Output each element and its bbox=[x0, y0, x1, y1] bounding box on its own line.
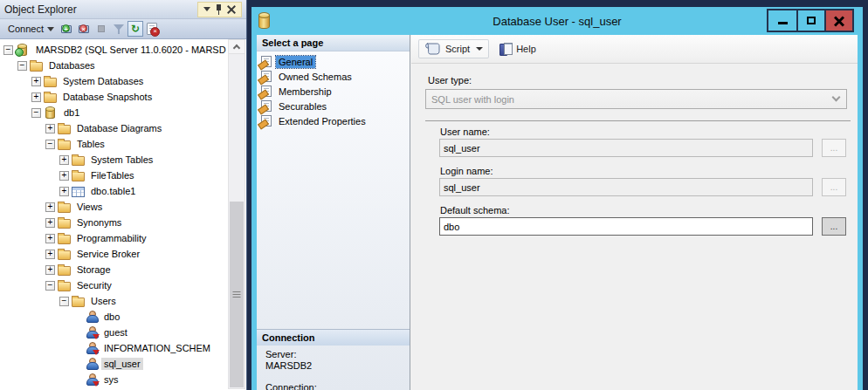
tree-item-views[interactable]: +Views bbox=[0, 199, 227, 215]
tree-expand-icon[interactable]: + bbox=[45, 124, 55, 133]
tree-expand-icon[interactable]: + bbox=[45, 218, 55, 228]
page-item-extended-properties[interactable]: Extended Properties bbox=[257, 113, 410, 128]
stop-button[interactable] bbox=[93, 21, 110, 37]
tree-item-marsdb2-sql-server-11-0-6020-marsd[interactable]: −MARSDB2 (SQL Server 11.0.6020 - MARSD bbox=[0, 42, 227, 58]
close-panel-icon[interactable] bbox=[227, 5, 236, 14]
tree-item-label: System Tables bbox=[88, 154, 155, 166]
folder-icon bbox=[58, 125, 71, 134]
server-value: MARSDB2 bbox=[265, 360, 406, 372]
tree-expand-icon[interactable]: + bbox=[45, 234, 55, 243]
disable-script-button[interactable] bbox=[143, 21, 161, 37]
tree-item-label: Service Broker bbox=[74, 248, 142, 260]
tree-collapse-icon[interactable]: − bbox=[45, 281, 55, 291]
tree-item-programmability[interactable]: +Programmability bbox=[0, 230, 227, 246]
folder-icon bbox=[58, 235, 71, 244]
tree-scrollbar[interactable] bbox=[228, 39, 245, 389]
tree-collapse-icon[interactable]: − bbox=[59, 297, 69, 306]
connect-server-button[interactable]: + bbox=[58, 21, 75, 37]
tree-item-system-tables[interactable]: +System Tables bbox=[0, 152, 227, 168]
tree-item-system-databases[interactable]: +System Databases bbox=[0, 73, 227, 89]
tree-item-service-broker[interactable]: +Service Broker bbox=[0, 246, 227, 262]
scrollbar-thumb[interactable] bbox=[230, 202, 244, 387]
tree-item-label: Database Diagrams bbox=[74, 122, 164, 134]
tree-item-sql-user[interactable]: sql_user bbox=[0, 356, 227, 372]
tree-item-database-diagrams[interactable]: +Database Diagrams bbox=[0, 120, 227, 136]
page-item-label: Membership bbox=[276, 86, 334, 98]
tree-item-security[interactable]: −Security bbox=[0, 277, 227, 293]
tree-expand-icon[interactable]: + bbox=[59, 187, 69, 196]
default-schema-browse-button[interactable]: ... bbox=[822, 217, 846, 236]
folder-icon bbox=[44, 93, 57, 103]
server-icon bbox=[17, 44, 27, 56]
pin-icon[interactable] bbox=[216, 4, 222, 15]
connection-info: Server: MARSDB2 Connection: bbox=[265, 349, 406, 390]
dialog-titlebar[interactable]: Database User - sql_user bbox=[257, 7, 858, 35]
tree-expand-icon[interactable]: + bbox=[59, 155, 69, 165]
tree-collapse-icon[interactable]: − bbox=[17, 61, 27, 71]
disconnect-server-button[interactable]: × bbox=[75, 21, 93, 37]
tree-expand-icon[interactable]: + bbox=[45, 250, 55, 259]
tree-expand-icon[interactable]: + bbox=[45, 265, 55, 275]
expander-spacer bbox=[73, 344, 86, 353]
tree-item-label: Synonyms bbox=[74, 216, 124, 229]
user-name-input[interactable] bbox=[439, 139, 813, 157]
scroll-icon bbox=[424, 43, 441, 55]
user-name-browse-button[interactable]: ... bbox=[822, 139, 846, 157]
tree-item-tables[interactable]: −Tables bbox=[0, 136, 227, 152]
deny-arrow-icon bbox=[93, 350, 100, 355]
tree-collapse-icon[interactable]: − bbox=[3, 45, 13, 55]
window-position-icon[interactable] bbox=[203, 7, 210, 11]
tree-item-label: guest bbox=[101, 326, 130, 339]
object-explorer-titlebar[interactable]: Object Explorer bbox=[0, 0, 246, 19]
tree-item-storage[interactable]: +Storage bbox=[0, 262, 227, 277]
page-item-general[interactable]: General bbox=[257, 54, 410, 69]
folder-icon bbox=[58, 219, 71, 229]
table-icon bbox=[72, 187, 85, 197]
refresh-button[interactable]: ↻ bbox=[127, 21, 143, 37]
filter-button[interactable] bbox=[110, 21, 127, 37]
page-icon bbox=[261, 115, 272, 127]
tree-item-users[interactable]: −Users bbox=[0, 293, 227, 309]
user-type-select[interactable]: SQL user with login bbox=[425, 89, 847, 109]
page-list: GeneralOwned SchemasMembershipSecurables… bbox=[257, 51, 410, 128]
refresh-icon: ↻ bbox=[131, 24, 140, 34]
tree-item-label: db1 bbox=[61, 106, 82, 119]
tree-collapse-icon[interactable]: − bbox=[45, 140, 55, 149]
tree-item-information-schem[interactable]: INFORMATION_SCHEM bbox=[0, 340, 227, 356]
tree-item-dbo[interactable]: dbo bbox=[0, 309, 227, 325]
tree-expand-icon[interactable]: + bbox=[59, 171, 69, 181]
stop-icon bbox=[98, 25, 105, 32]
page-item-membership[interactable]: Membership bbox=[257, 84, 410, 99]
connect-button[interactable]: Connect bbox=[4, 22, 58, 36]
tree-item-databases[interactable]: −Databases bbox=[0, 58, 227, 73]
tree-item-sys[interactable]: sys bbox=[0, 372, 227, 387]
login-name-input[interactable] bbox=[439, 178, 813, 196]
default-schema-input[interactable] bbox=[439, 217, 813, 236]
database-user-dialog: Database User - sql_user Select a page G… bbox=[251, 7, 863, 390]
user-type-label: User type: bbox=[428, 75, 472, 86]
tree-item-dbo-table1[interactable]: +dbo.table1 bbox=[0, 183, 227, 199]
tree-expand-icon[interactable]: + bbox=[45, 202, 55, 212]
tree-item-label: Databases bbox=[46, 59, 98, 72]
tree-collapse-icon[interactable]: − bbox=[31, 108, 41, 118]
page-item-securables[interactable]: Securables bbox=[257, 99, 410, 113]
tree-item-database-snapshots[interactable]: +Database Snapshots bbox=[0, 89, 227, 105]
tree-item-guest[interactable]: guest bbox=[0, 325, 227, 340]
window-buttons bbox=[767, 9, 854, 32]
minimize-button[interactable] bbox=[768, 10, 796, 31]
page-item-owned-schemas[interactable]: Owned Schemas bbox=[257, 69, 410, 84]
tree-expand-icon[interactable]: + bbox=[31, 77, 41, 86]
close-button[interactable] bbox=[824, 10, 852, 31]
help-button[interactable]: Help bbox=[494, 40, 541, 58]
login-name-browse-button[interactable]: ... bbox=[822, 178, 846, 196]
tree-item-filetables[interactable]: +FileTables bbox=[0, 168, 227, 183]
tree-expand-icon[interactable]: + bbox=[31, 92, 41, 102]
tree-item-db1[interactable]: −db1 bbox=[0, 105, 227, 120]
dialog-toolbar: Script Help bbox=[411, 35, 858, 64]
tree-item-synonyms[interactable]: +Synonyms bbox=[0, 215, 227, 230]
filter-icon bbox=[114, 24, 124, 34]
deny-arrow-icon bbox=[93, 334, 100, 339]
maximize-button[interactable] bbox=[796, 10, 824, 31]
scroll-up-button[interactable] bbox=[229, 40, 245, 54]
script-button[interactable]: Script bbox=[418, 39, 489, 58]
